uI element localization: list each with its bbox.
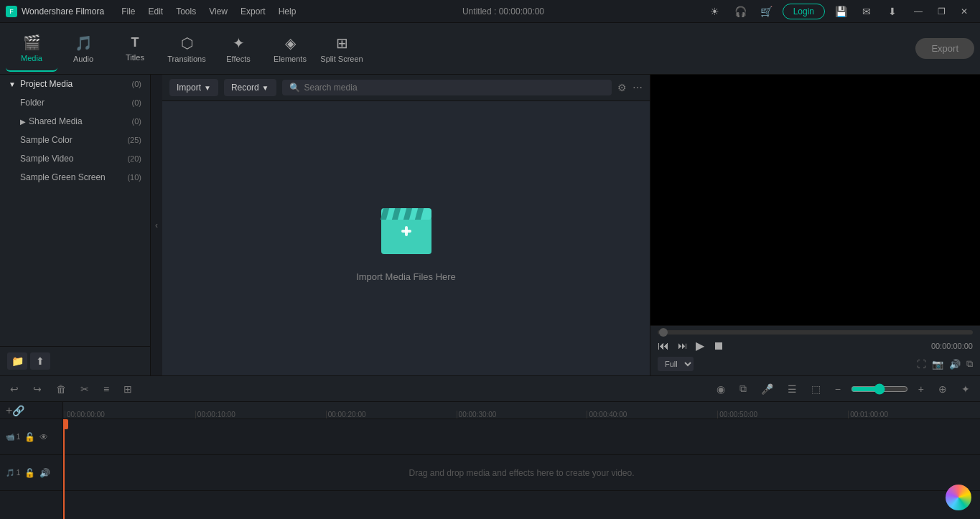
menu-file[interactable]: File [116,5,141,18]
import-label: Import [177,83,201,93]
sample-color-count: (25) [127,136,141,144]
menu-tools[interactable]: Tools [170,5,202,18]
stabilize-button[interactable]: ⬚ [807,381,825,397]
tool-splitscreen-label: Split Screen [320,55,363,63]
fullscreen-icon[interactable]: ⛶ [917,359,926,370]
menu-view[interactable]: View [203,5,233,18]
marker-button[interactable]: ◉ [712,381,729,397]
sidebar-section-project: ▼ Project Media (0) Folder (0) ▶ Shared … [0,75,150,187]
captions-button[interactable]: ☰ [783,381,801,397]
sidebar-item-sample-color[interactable]: Sample Color (25) [0,131,150,149]
tool-splitscreen[interactable]: ⊞ Split Screen [316,26,368,72]
audio-icon-preview[interactable]: 🔊 [949,359,961,370]
redo-button[interactable]: ↪ [29,381,46,397]
filter-icon[interactable]: ⚙ [617,82,627,93]
tool-audio[interactable]: 🎵 Audio [57,26,109,72]
close-button[interactable]: ✕ [954,1,974,22]
audio-icon: 🎵 [75,34,93,52]
tool-media-label: Media [21,54,42,62]
undo-button[interactable]: ↩ [6,381,23,397]
import-dropdown-button[interactable]: Import ▼ [169,79,218,96]
zoom-in-button[interactable]: + [914,381,928,397]
ruler-mark-2: 00:00:20:00 [326,411,457,419]
tool-transitions[interactable]: ⬡ Transitions [161,26,213,72]
media-area: Import ▼ Record ▼ 🔍 ⚙ ⋯ [162,75,650,375]
timeline-ruler: 00:00:00:00 00:00:10:00 00:00:20:00 00:0… [63,402,980,419]
tool-elements[interactable]: ◈ Elements [264,26,316,72]
snapshot-icon[interactable]: 📷 [932,359,943,370]
cut-button[interactable]: ✂ [76,381,93,397]
maximize-button[interactable]: ❐ [931,1,951,22]
preview-frame-back-button[interactable]: ⏭ [678,340,687,351]
clip-button[interactable]: ⧉ [735,380,751,397]
tool-titles-label: Titles [126,53,144,62]
sidebar-bottom-buttons: 📁 ⬆ [0,346,150,375]
media-content: Import Media Files Here [162,101,650,375]
zoom-out-button[interactable]: − [831,381,845,397]
export-button[interactable]: Export [915,38,974,59]
download-icon[interactable]: ⬇ [882,1,902,22]
headphone-icon[interactable]: 🎧 [731,1,751,22]
tool-media[interactable]: 🎬 Media [6,26,57,72]
lock-audio-track-button[interactable]: 🔓 [24,468,35,478]
sidebar-item-sample-video[interactable]: Sample Video (20) [0,149,150,168]
chevron-down-icon: ▼ [9,80,16,88]
new-folder-button[interactable]: 📁 [7,352,27,370]
timeline-handle[interactable] [659,328,668,337]
hide-audio-track-button[interactable]: 🔊 [39,468,50,478]
elements-icon: ◈ [285,34,296,52]
preview-play-button[interactable]: ▶ [696,339,704,352]
menu-bar: File Edit Tools View Export Help [116,5,302,18]
search-input[interactable] [304,83,605,93]
import-button-sidebar[interactable]: ⬆ [30,352,50,370]
fit-timeline-button[interactable]: ⊕ [934,381,951,397]
titles-icon: T [131,35,139,50]
sidebar-item-shared-media[interactable]: ▶ Shared Media (0) [0,112,150,131]
preview-time: 00:00:00:00 [931,342,973,350]
delete-button[interactable]: 🗑 [52,381,70,397]
preview-skip-back-button[interactable]: ⏮ [658,340,669,352]
project-media-label: Project Media [20,79,73,89]
audio-track-row[interactable]: Drag and drop media and effects here to … [63,455,980,491]
sidebar-item-folder[interactable]: Folder (0) [0,93,150,112]
add-track-button[interactable]: + [6,404,12,417]
split-layout-button[interactable]: ⊞ [119,381,136,397]
project-media-count: (0) [132,80,141,88]
preview-timeline-bar[interactable] [658,330,973,335]
video-track-row[interactable] [63,419,980,455]
grid-icon[interactable]: ⋯ [633,82,643,93]
brightness-icon[interactable]: ☀ [705,1,725,22]
sample-color-label: Sample Color [20,135,73,145]
zoom-slider[interactable] [851,383,908,395]
hide-video-track-button[interactable]: 👁 [39,432,48,442]
sidebar-collapse-button[interactable]: ‹ [151,75,162,375]
sidebar-item-project-media[interactable]: ▼ Project Media (0) [0,75,150,93]
mail-icon[interactable]: ✉ [857,1,877,22]
tool-effects[interactable]: ✦ Effects [213,26,264,72]
cart-icon[interactable]: 🛒 [757,1,777,22]
mic-button[interactable]: 🎤 [757,381,778,397]
folder-label: Folder [20,98,45,108]
ruler-mark-3: 00:00:30:00 [457,411,587,419]
sidebar-item-sample-green[interactable]: Sample Green Screen (10) [0,168,150,187]
properties-button[interactable]: ≡ [99,381,113,397]
preview-stop-button[interactable]: ⏹ [713,340,724,352]
scissors-button[interactable]: ✦ [957,381,974,397]
media-toolbar: Import ▼ Record ▼ 🔍 ⚙ ⋯ [162,75,650,101]
tool-elements-label: Elements [274,55,307,63]
login-button[interactable]: Login [783,4,825,19]
tool-titles[interactable]: T Titles [109,26,161,72]
link-button[interactable]: 🔗 [12,405,24,416]
timeline-content: + 🔗 📹 1 🔓 👁 🎵 1 🔓 🔊 00:00:00:00 00:0 [0,402,980,519]
record-dropdown-button[interactable]: Record ▼ [224,79,276,96]
menu-export[interactable]: Export [235,5,271,18]
menu-help[interactable]: Help [273,5,302,18]
menu-edit[interactable]: Edit [143,5,169,18]
lock-video-track-button[interactable]: 🔓 [24,432,35,442]
pip-icon[interactable]: ⧉ [966,358,973,370]
minimize-button[interactable]: — [908,1,928,22]
import-chevron-icon: ▼ [204,84,211,92]
quality-select[interactable]: Full [658,357,694,371]
save-icon[interactable]: 💾 [831,1,851,22]
timeline-tracks[interactable]: Drag and drop media and effects here to … [63,419,980,519]
